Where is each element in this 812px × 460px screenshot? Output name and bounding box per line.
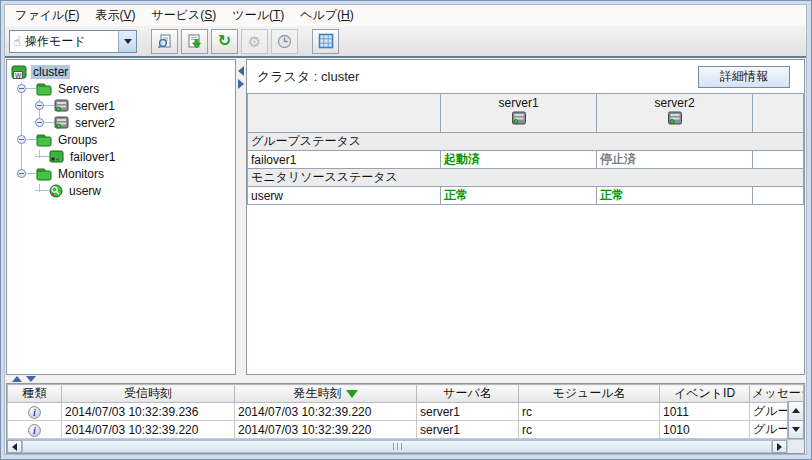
cluster-icon: W [11,64,27,80]
operation-mode-combobox[interactable]: ☝ 操作モード [9,30,137,53]
webmanager-window: ファイル(F) 表示(V) サービス(S) ツール(T) ヘルプ(H) ☝ 操作… [0,0,812,460]
status-badge: 正常 [597,187,753,205]
log-column-server-name[interactable]: サーバ名 [417,385,519,403]
log-event-id-cell: 1011 [660,403,750,421]
menu-item-tool[interactable]: ツール(T) [224,5,292,26]
info-icon: i [28,424,41,437]
menu-item-service[interactable]: サービス(S) [143,5,224,26]
log-column-type[interactable]: 種類 [8,385,62,403]
tree-expand-handle[interactable] [35,101,44,110]
arrow-left-icon [12,443,17,451]
tree-item-userw[interactable]: userw [35,182,235,199]
tree-connector-stub [35,190,49,191]
integrated-manager-button[interactable] [312,29,339,54]
server-column-label: server1 [499,96,539,110]
log-row[interactable]: i 2014/07/03 10:32:39.220 2014/07/03 10:… [8,421,804,439]
settings-button[interactable]: ⚙ [241,29,268,54]
scroll-down-button[interactable] [788,421,804,440]
clock-icon [277,34,292,49]
monitor-name-cell: userw [248,187,441,205]
search-button[interactable] [151,29,178,54]
sort-desc-icon [346,390,358,398]
collapse-down-icon[interactable] [26,376,36,382]
status-table-corner-cell [248,94,441,133]
tree-item-label: Servers [56,82,101,96]
scroll-left-button[interactable] [7,440,22,453]
tree-expand-handle[interactable] [35,118,44,127]
server-icon [54,99,69,112]
scroll-right-button[interactable] [772,440,787,453]
cluster-detail-panel: クラスタ : cluster 詳細情報 server1 [246,59,805,375]
menu-file-text: ファイル( [15,8,68,22]
collapse-up-icon[interactable] [12,376,22,382]
log-occurred-cell: 2014/07/03 10:32:39.220 [235,421,417,439]
log-column-event-id[interactable]: イベントID [660,385,750,403]
arrow-down-icon [792,427,800,432]
server-column-label: server2 [655,96,695,110]
menu-item-view[interactable]: 表示(V) [87,5,143,26]
log-event-id-cell: 1010 [660,421,750,439]
log-column-module-name[interactable]: モジュール名 [519,385,660,403]
collect-logs-button[interactable] [181,29,208,54]
tree-connector-stub [44,122,54,123]
folder-icon [36,167,52,181]
tree-connector-stub [26,173,36,174]
scrollbar-thumb[interactable] [22,440,772,453]
tree-connector-stub [26,139,36,140]
tree-expand-handle[interactable] [17,84,26,93]
log-horizontal-scrollbar[interactable] [7,439,804,453]
app-frame: ファイル(F) 表示(V) サービス(S) ツール(T) ヘルプ(H) ☝ 操作… [4,4,807,455]
tree-item-cluster[interactable]: W cluster [11,63,235,80]
time-info-button[interactable] [271,29,298,54]
tree-item-failover1[interactable]: failover1 [35,148,235,165]
tree-item-servers[interactable]: Servers [17,80,235,97]
monitor-status-section-row: モニタリソースステータス [248,169,804,187]
detail-info-button[interactable]: 詳細情報 [698,66,790,88]
toolbar: ☝ 操作モード ↻ ⚙ [5,26,806,58]
menu-item-file[interactable]: ファイル(F) [7,5,87,26]
status-badge: 起動済 [441,151,597,169]
cluster-status-table: server1 server2 [247,93,804,205]
collapse-right-icon[interactable] [238,79,244,89]
tree-expand-handle[interactable] [17,135,26,144]
status-column-server1: server1 [441,94,597,133]
tree-item-groups[interactable]: Groups [17,131,235,148]
log-server-cell: server1 [417,403,519,421]
tree-connector-stub [35,156,49,157]
vertical-split-divider[interactable] [236,59,246,375]
reload-button[interactable]: ↻ [211,29,238,54]
chevron-down-icon [124,39,132,44]
folder-icon [36,82,52,96]
operation-mode-dropdown-arrow[interactable] [118,31,136,52]
menu-item-help[interactable]: ヘルプ(H) [292,5,362,26]
tree-item-server1[interactable]: server1 [35,97,235,114]
log-column-occurred-time[interactable]: 発生時刻 [235,385,417,403]
group-name-cell: failover1 [248,151,441,169]
tree-item-label: cluster [31,65,70,79]
log-module-cell: rc [519,403,660,421]
tree-item-server2[interactable]: server2 [35,114,235,131]
tree-item-monitors[interactable]: Monitors [17,165,235,182]
horizontal-split-divider[interactable] [5,375,806,383]
log-row[interactable]: i 2014/07/03 10:32:39.236 2014/07/03 10:… [8,403,804,421]
tree-connector-stub [44,105,54,106]
folder-icon [36,133,52,147]
arrow-up-icon [792,408,800,413]
log-column-received-time[interactable]: 受信時刻 [62,385,235,403]
status-badge: 正常 [441,187,597,205]
log-received-cell: 2014/07/03 10:32:39.236 [62,403,235,421]
server-icon [54,116,69,129]
status-badge: 停止済 [597,151,753,169]
menu-bar: ファイル(F) 表示(V) サービス(S) ツール(T) ヘルプ(H) [5,5,806,26]
tree-item-label: failover1 [68,150,117,164]
collapse-left-icon[interactable] [238,66,244,76]
tree-item-label: userw [67,184,103,198]
group-status-section-row: グループステータス [248,133,804,151]
integrated-manager-grid-icon [318,33,334,49]
log-column-message[interactable]: メッセージ [750,385,804,403]
tree-expand-handle[interactable] [17,169,26,178]
log-occurred-cell: 2014/07/03 10:32:39.220 [235,403,417,421]
server-icon [667,111,683,125]
log-vertical-scrollbar[interactable] [787,401,804,439]
scroll-up-button[interactable] [788,401,804,421]
